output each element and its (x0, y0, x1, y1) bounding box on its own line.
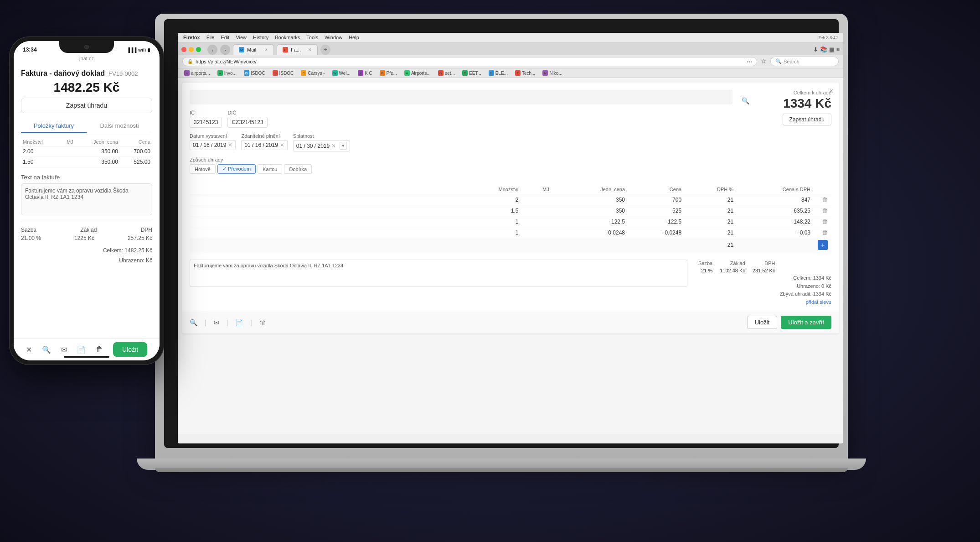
delete-row-2[interactable]: 🗑 (822, 207, 828, 214)
bookmark-k[interactable]: KK C (356, 70, 374, 76)
bookmark-pfe[interactable]: PPfe... (378, 70, 399, 76)
delete-action-icon[interactable]: 🗑 (259, 319, 266, 326)
bookmark-ele[interactable]: EELE... (487, 70, 510, 76)
library-icon[interactable]: 📚 (820, 46, 827, 53)
bookmark-isdoc1[interactable]: ISISDOC (242, 70, 267, 76)
search-customer-icon[interactable]: 🔍 (742, 97, 749, 104)
new-desc-input[interactable] (193, 242, 221, 248)
new-item-jedn-cena[interactable] (553, 238, 629, 252)
more-icon[interactable]: ••• (747, 59, 752, 64)
ulozit-zavrit-button[interactable]: Uložit a zavřít (781, 316, 831, 329)
menu-firefox[interactable]: Firefox (183, 35, 200, 40)
email-action-icon[interactable]: ✉ (214, 319, 219, 326)
phone-search-icon[interactable]: 🔍 (42, 345, 51, 354)
new-item-mnozstvi[interactable] (446, 238, 522, 252)
bookmark-eet[interactable]: Geet... (436, 70, 457, 76)
phone-tab-options[interactable]: Další možnosti (87, 120, 152, 133)
splatnost-dropdown[interactable]: ▾ (340, 142, 347, 150)
pridat-slevu-link[interactable]: přidat slevu (806, 299, 831, 305)
zapsat-button-desktop[interactable]: Zapsat úhradu (783, 114, 831, 125)
bookmark-wel[interactable]: WWel... (330, 70, 352, 76)
ulozit-button[interactable]: Uložit (747, 316, 778, 329)
menu-window[interactable]: Window (325, 35, 342, 40)
phone-tab-items[interactable]: Položky faktury (21, 120, 87, 133)
tab-close-mail[interactable]: ✕ (264, 47, 268, 52)
address-bar[interactable]: 🔒 https://jnat.cz/NEW/invoice/ ••• (182, 57, 757, 66)
menu-bookmarks[interactable]: Bookmarks (275, 35, 300, 40)
invoice-text-area[interactable]: Fakturujeme vám za opravu vozidla Škoda … (190, 260, 687, 287)
splatnost-input[interactable]: 01 / 30 / 2019 ✕ ▾ (293, 140, 350, 151)
tax-table: Sazba Základ DPH 21 % 1102.48 Kč (695, 260, 779, 274)
payment-prevodem[interactable]: ✓ Převodem (217, 164, 256, 174)
dic-input[interactable]: CZ32145123 (227, 117, 267, 128)
tab-invoice[interactable]: F Fa... ✕ (277, 44, 318, 55)
panel-close-button[interactable]: × (830, 87, 833, 94)
menu-view[interactable]: View (236, 35, 247, 40)
menu-help[interactable]: Help (349, 35, 359, 40)
sidebar-toggle-icon[interactable]: ▦ (829, 46, 835, 53)
menu-history[interactable]: History (253, 35, 268, 40)
menu-tools[interactable]: Tools (306, 35, 318, 40)
bookmark-eet2[interactable]: EEET... (460, 70, 483, 76)
back-button[interactable]: ‹ (207, 45, 217, 55)
new-tab-button[interactable]: + (320, 45, 330, 55)
zdanitelne-input[interactable]: 01 / 16 / 2019 ✕ (241, 140, 287, 150)
bookmark-niko[interactable]: NNiko... (541, 70, 564, 76)
phone-invoice-title-text: Faktura - daňový doklad (21, 69, 105, 78)
browser-chrome: Firefox File Edit View History Bookmarks… (178, 33, 843, 78)
bookmark-isdoc2[interactable]: ISISDOC (271, 70, 296, 76)
bookmark-star-icon[interactable]: ☆ (761, 57, 767, 65)
tax-dph-header: DPH (749, 260, 779, 267)
tab-mail[interactable]: M Mail ✕ (233, 44, 274, 55)
name-input[interactable] (190, 90, 732, 104)
tab-close-invoice[interactable]: ✕ (308, 47, 312, 52)
bookmark-airports[interactable]: aairports... (182, 70, 212, 76)
bookmark-invo[interactable]: ●Invo... (216, 70, 238, 76)
phone-zaklad-val: 1225 Kč (74, 235, 94, 241)
datum-clear-icon[interactable]: ✕ (228, 142, 232, 148)
menu-icon[interactable]: ≡ (836, 46, 840, 53)
phone-delete-icon[interactable]: 🗑 (96, 345, 103, 354)
phone-item-mj-1 (59, 146, 75, 157)
new-item-desc[interactable] (190, 238, 446, 252)
delete-row-3[interactable]: 🗑 (822, 218, 828, 225)
bookmark-carsys[interactable]: CCarsys - (299, 70, 326, 76)
phone-zapsat-button[interactable]: Zapsat úhradu (21, 98, 152, 113)
new-jedn-cena-input[interactable] (598, 242, 625, 248)
search-box[interactable]: 🔍 Search (770, 57, 839, 66)
bookmark-airports2[interactable]: AAirports... (402, 70, 433, 76)
new-mnozstvi-input[interactable] (491, 242, 519, 248)
item-cena-1: 700 (629, 194, 685, 205)
zpusob-label: Způsob úhrady (190, 157, 223, 162)
splatnost-clear-icon[interactable]: ✕ (331, 143, 336, 149)
phone-text-area[interactable]: Fakturujeme vám za opravu vozidla Škoda … (21, 183, 152, 215)
menu-edit[interactable]: Edit (221, 35, 229, 40)
item-mj-3 (522, 216, 553, 227)
bookmark-favicon-niko: N (542, 70, 548, 76)
payment-dobirka[interactable]: Dobírka (284, 164, 312, 174)
payment-hotove[interactable]: Hotově (190, 164, 216, 174)
phone-close-icon[interactable]: ✕ (26, 345, 32, 354)
phone-save-button[interactable]: Uložit (113, 342, 147, 357)
search-action-icon[interactable]: 🔍 (190, 319, 197, 326)
close-window-btn[interactable] (181, 47, 186, 52)
minimize-window-btn[interactable] (189, 47, 194, 52)
bookmark-tech[interactable]: TTech... (513, 70, 537, 76)
datum-label: Datum vystavení (190, 133, 236, 139)
forward-button[interactable]: › (220, 45, 230, 55)
phone-email-icon[interactable]: ✉ (61, 345, 67, 354)
delete-row-1[interactable]: 🗑 (822, 196, 828, 203)
item-dph-3: 21 (685, 216, 737, 227)
zdanitelne-clear-icon[interactable]: ✕ (280, 142, 284, 148)
ic-input[interactable]: 32145123 (190, 117, 222, 128)
menu-file[interactable]: File (206, 35, 215, 40)
download-icon[interactable]: ⬇ (813, 46, 818, 53)
col-cena-s-dph: Cena s DPH (737, 185, 814, 194)
payment-kartou[interactable]: Kartou (258, 164, 282, 174)
delete-row-4[interactable]: 🗑 (822, 229, 828, 236)
phone-doc-icon[interactable]: 📄 (77, 345, 86, 354)
maximize-window-btn[interactable] (196, 47, 201, 52)
datum-input[interactable]: 01 / 16 / 2019 ✕ (190, 140, 236, 150)
add-item-button[interactable]: + (818, 240, 828, 250)
doc-action-icon[interactable]: 📄 (235, 319, 243, 326)
